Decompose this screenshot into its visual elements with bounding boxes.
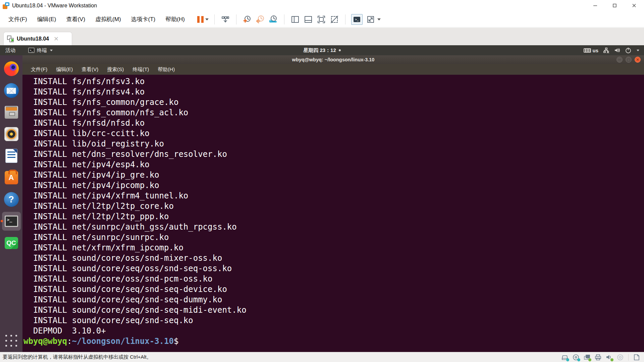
status-message: 要返回到您的计算机，请将鼠标指针从虚拟机中移出或按 Ctrl+Alt。 [3,354,152,360]
tab-ubuntu18-04[interactable]: Ubuntu18.04 ✕ [3,32,72,45]
chevron-down-icon[interactable] [205,18,209,20]
printer-icon[interactable] [594,353,602,361]
ubuntu-dock: A ? >_ QC [0,55,22,352]
activities-button[interactable]: 活动 [0,45,21,55]
terminal-minimize-button[interactable]: ─ [616,57,623,63]
keyboard-layout-indicator[interactable]: us [584,48,598,53]
chevron-down-icon [50,50,53,51]
usb-device-icon[interactable] [616,353,624,361]
window-title: Ubuntu18.04 - VMware Workstation [12,3,97,9]
fullscreen-button[interactable] [316,14,326,24]
system-tray[interactable]: us [584,47,644,54]
console-view-button[interactable]: >_ [351,14,363,25]
pause-icon [197,16,204,23]
terminal-close-button[interactable]: ✕ [635,57,641,63]
maximize-button[interactable] [605,0,625,11]
cd-rom-icon[interactable] [572,353,580,361]
minimize-button[interactable] [586,0,605,11]
rhythmbox-icon [4,127,18,141]
vmware-menu: 文件(F)编辑(E)查看(V)虚拟机(M)选项卡(T)帮助(H) [3,11,190,27]
revert-snapshot-button[interactable] [255,14,265,24]
network-adapter-icon[interactable] [583,353,591,361]
show-thumbnail-bar-button[interactable] [303,14,313,24]
manage-snapshots-button[interactable] [268,14,278,24]
menu-item[interactable]: 选项卡(T) [126,11,161,27]
files-icon [5,106,18,119]
terminal-line: INSTALL sound/core/oss/snd-pcm-oss.ko [23,274,644,284]
take-snapshot-button[interactable] [242,14,252,24]
thumbnail-bar-icon [304,15,313,24]
menu-item[interactable]: 文件(F) [3,11,32,27]
message-log-icon[interactable] [633,353,641,361]
dock-item-thunderbird[interactable] [2,81,21,100]
dock-item-writer[interactable] [2,146,21,165]
terminal-mini-icon: >_ [28,48,35,53]
show-library-button[interactable] [290,14,300,24]
terminal-menu-item[interactable]: 搜索(S) [103,66,128,73]
show-applications-button[interactable] [5,335,18,347]
libreoffice-writer-icon [5,149,17,163]
pause-button[interactable] [197,16,209,23]
close-button[interactable] [625,0,644,11]
app-menu-button[interactable]: >_ 终端 [28,47,53,54]
vm-screen: 活动 >_ 终端 星期四 23：12 us A ? >_ [0,45,644,352]
terminal-line: INSTALL fs/nfsd/nfsd.ko [23,118,644,128]
terminal-maximize-button[interactable]: ▢ [626,57,632,63]
menu-item[interactable]: 虚拟机(M) [90,11,126,27]
terminal-titlebar[interactable]: wbyq@wbyq: ~/loongson/linux-3.10 ─ ▢ ✕ [22,55,644,64]
terminal-menu-item[interactable]: 终端(T) [128,66,153,73]
app-menu-label: 终端 [37,47,47,54]
terminal-line: INSTALL fs/nfs/nfsv3.ko [23,76,644,87]
hard-disk-icon[interactable] [561,353,569,361]
prompt-colon: : [67,337,72,346]
terminal-line: INSTALL lib/crc-ccitt.ko [23,128,644,139]
chevron-down-icon [637,50,639,51]
ubuntu-topbar: 活动 >_ 终端 星期四 23：12 us [0,45,644,55]
prompt-user: wbyq@wbyq [23,337,67,346]
terminal-line: INSTALL net/dns_resolver/dns_resolver.ko [23,149,644,160]
auto-fit-button[interactable] [366,14,381,24]
terminal-line: INSTALL net/ipv4/ipcomp.ko [23,180,644,191]
terminal-body[interactable]: INSTALL fs/nfs/nfsv3.ko INSTALL fs/nfs/n… [22,75,644,352]
terminal-menu-item[interactable]: 文件(F) [26,66,52,73]
send-ctrl-alt-del-button[interactable] [220,14,230,24]
dock-item-rhythmbox[interactable] [2,125,21,143]
network-offline-icon [603,47,609,54]
terminal-menu-item[interactable]: 编辑(E) [52,66,77,73]
qc-icon: QC [5,237,18,249]
tab-close-icon[interactable]: ✕ [54,36,59,42]
menu-item[interactable]: 帮助(H) [160,11,190,27]
menu-item[interactable]: 查看(V) [61,11,90,27]
terminal-title: wbyq@wbyq: ~/loongson/linux-3.10 [292,57,375,62]
terminal-line: INSTALL net/ipv4/ip_gre.ko [23,170,644,180]
terminal-line: DEPMOD 3.10.0+ [23,326,644,336]
terminal-line: INSTALL sound/core/seq/snd-seq-midi-even… [23,305,644,315]
terminal-menu-item[interactable]: 查看(V) [77,66,103,73]
dock-item-software[interactable]: A [2,168,21,187]
terminal-line: INSTALL lib/oid_registry.ko [23,139,644,149]
vmware-toolbar: >_ [197,14,381,25]
menu-item[interactable]: 编辑(E) [32,11,61,27]
chevron-down-icon[interactable] [377,18,381,20]
snapshot-revert-icon [256,15,265,24]
terminal-line: INSTALL fs/nfs_common/grace.ko [23,97,644,108]
sound-icon[interactable] [605,353,613,361]
volume-icon [614,47,621,54]
terminal-line: INSTALL sound/core/oss/snd-mixer-oss.ko [23,253,644,263]
power-icon [625,47,632,54]
vmware-titlebar: Ubuntu18.04 - VMware Workstation [0,0,644,11]
unity-mode-button[interactable] [329,14,339,24]
dock-item-help[interactable]: ? [2,190,21,209]
dock-item-qc[interactable]: QC [2,234,21,252]
vmware-tabstrip: Ubuntu18.04 ✕ [0,28,644,45]
dock-item-files[interactable] [2,103,21,122]
terminal-menu-item[interactable]: 帮助(H) [153,66,179,73]
dock-item-firefox[interactable] [2,59,21,78]
terminal-line: INSTALL net/xfrm/xfrm_ipcomp.ko [23,243,644,253]
terminal-window: wbyq@wbyq: ~/loongson/linux-3.10 ─ ▢ ✕ 文… [22,55,644,352]
terminal-line: INSTALL fs/nfs_common/nfs_acl.ko [23,108,644,118]
clock-button[interactable]: 星期四 23：12 [0,45,644,55]
keyboard-icon [584,48,591,53]
vmware-menubar: 文件(F)编辑(E)查看(V)虚拟机(M)选项卡(T)帮助(H) [0,11,644,27]
dock-item-terminal[interactable]: >_ [2,212,21,231]
